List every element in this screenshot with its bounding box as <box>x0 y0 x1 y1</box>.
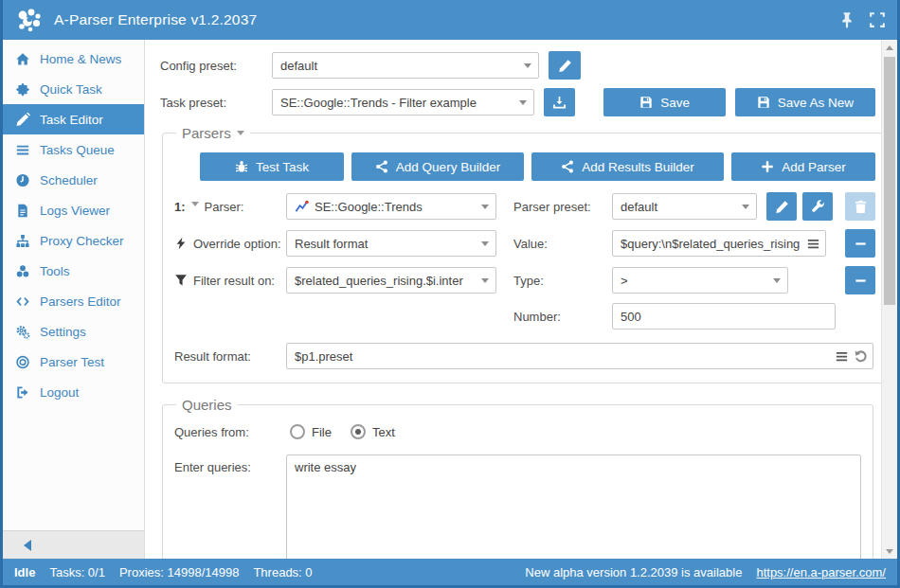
sidebar-item-task-editor[interactable]: Task Editor <box>3 104 144 134</box>
sidebar-item-parser-test[interactable]: Parser Test <box>3 347 144 377</box>
queries-legend-label: Queries <box>182 397 232 413</box>
add-results-builder-label: Add Results Builder <box>582 160 694 174</box>
logout-icon <box>15 384 31 400</box>
edit-config-preset-button[interactable] <box>549 51 581 80</box>
filter-type-select[interactable]: > <box>612 267 788 294</box>
download-icon <box>552 96 567 110</box>
queries-from-text-radio[interactable]: Text <box>351 424 395 439</box>
parser-preset-label: Parser preset: <box>513 200 612 214</box>
delete-parser-button[interactable] <box>845 192 875 221</box>
sidebar-collapse-button[interactable] <box>3 530 144 559</box>
sidebar-item-label: Logs Viewer <box>40 204 110 218</box>
sidebar: Home & News Quick Task Task Editor Tasks… <box>3 40 145 559</box>
chevron-left-icon <box>24 540 31 551</box>
parser-row-index: 1: <box>174 200 186 214</box>
remove-filter-button[interactable] <box>845 266 875 294</box>
task-preset-select[interactable]: SE::Google::Trends - Filter example <box>272 89 534 116</box>
a-parser-logo-icon <box>14 6 45 34</box>
chevron-down-icon <box>481 205 489 209</box>
sidebar-item-tasks-queue[interactable]: Tasks Queue <box>3 134 144 165</box>
add-query-builder-label: Add Query Builder <box>396 160 500 174</box>
google-trends-icon <box>295 200 309 214</box>
parsers-legend[interactable]: Parsers <box>176 125 250 141</box>
undo-icon[interactable] <box>854 349 868 364</box>
sidebar-item-label: Scheduler <box>40 173 98 187</box>
fullscreen-icon[interactable] <box>869 11 886 28</box>
trash-icon <box>854 200 868 214</box>
scroll-up-button[interactable] <box>882 40 897 55</box>
add-parser-label: Add Parser <box>782 160 846 174</box>
add-parser-button[interactable]: Add Parser <box>731 152 875 181</box>
update-link[interactable]: https://en.a-parser.com/ <box>756 565 886 579</box>
sidebar-item-tools[interactable]: Tools <box>3 256 144 286</box>
filter-field-select[interactable]: $related_queries_rising.$i.inter <box>286 267 496 294</box>
queries-textarea[interactable]: write essay <box>286 454 861 559</box>
list-icon <box>15 142 31 157</box>
sidebar-item-logout[interactable]: Logout <box>3 377 144 407</box>
filter-type-value: > <box>621 274 628 288</box>
save-button-label: Save <box>660 96 690 110</box>
queries-from-label: Queries from: <box>174 425 286 439</box>
template-editor-icon[interactable] <box>806 237 820 251</box>
tools-icon <box>15 263 31 278</box>
value-label: Value: <box>513 237 612 251</box>
status-proxies: Proxies: 14998/14998 <box>119 565 239 579</box>
override-value-input[interactable] <box>612 230 826 257</box>
sidebar-item-scheduler[interactable]: Scheduler <box>3 165 144 195</box>
pin-icon[interactable] <box>838 11 855 28</box>
override-option-select[interactable]: Result format <box>286 230 496 257</box>
queries-from-file-radio[interactable]: File <box>290 424 332 439</box>
filter-icon <box>174 274 188 287</box>
sidebar-item-label: Task Editor <box>40 113 103 127</box>
bullseye-icon <box>15 354 31 369</box>
collapse-row-icon[interactable] <box>191 202 199 206</box>
puzzle-icon <box>15 81 31 97</box>
sidebar-item-home-news[interactable]: Home & News <box>3 44 144 74</box>
radio-label: File <box>312 425 332 439</box>
minus-icon <box>854 237 868 251</box>
queries-legend: Queries <box>176 397 238 413</box>
chevron-down-icon <box>481 278 489 283</box>
sidebar-item-settings[interactable]: Settings <box>3 316 144 347</box>
parser-options-button[interactable] <box>802 192 833 221</box>
config-preset-label: Config preset: <box>160 59 272 73</box>
radio-icon <box>290 424 305 439</box>
scrollbar-thumb[interactable] <box>884 57 895 305</box>
add-results-builder-button[interactable]: Add Results Builder <box>531 152 724 181</box>
scroll-down-button[interactable] <box>882 543 897 559</box>
parser-preset-select[interactable]: default <box>612 193 757 220</box>
load-task-preset-button[interactable] <box>544 88 575 116</box>
minus-icon <box>854 274 868 288</box>
save-button[interactable]: Save <box>603 88 725 116</box>
save-as-new-button[interactable]: Save As New <box>735 88 875 116</box>
config-preset-select[interactable]: default <box>272 52 539 79</box>
sidebar-item-proxy-checker[interactable]: Proxy Checker <box>3 225 144 256</box>
app-title: A-Parser Enterprise v1.2.2037 <box>54 11 257 28</box>
filter-number-input[interactable] <box>612 303 836 330</box>
task-preset-value: SE::Google::Trends - Filter example <box>280 96 477 110</box>
home-icon <box>15 51 31 66</box>
template-editor-icon[interactable] <box>835 349 849 364</box>
add-query-builder-button[interactable]: Add Query Builder <box>351 152 524 181</box>
sidebar-item-quick-task[interactable]: Quick Task <box>3 74 144 104</box>
test-task-label: Test Task <box>256 160 309 174</box>
remove-override-button[interactable] <box>845 229 875 258</box>
sidebar-item-parsers-editor[interactable]: Parsers Editor <box>3 286 144 316</box>
sidebar-item-logs-viewer[interactable]: Logs Viewer <box>3 195 144 225</box>
enter-queries-label: Enter queries: <box>174 460 286 474</box>
parser-select[interactable]: SE::Google::Trends <box>286 193 496 220</box>
pencil-icon <box>558 59 572 73</box>
vertical-scrollbar[interactable] <box>881 40 897 559</box>
parsers-legend-label: Parsers <box>182 125 231 141</box>
status-state: Idle <box>14 565 35 579</box>
wrench-icon <box>811 200 825 214</box>
triangle-down-icon <box>886 549 893 554</box>
sidebar-item-label: Tasks Queue <box>40 143 115 157</box>
parser-select-value: SE::Google::Trends <box>315 200 423 214</box>
sidebar-item-label: Quick Task <box>40 82 102 97</box>
document-icon <box>15 203 31 218</box>
pencil-icon <box>15 112 31 127</box>
result-format-input[interactable] <box>286 343 873 369</box>
edit-parser-preset-button[interactable] <box>766 192 797 221</box>
test-task-button[interactable]: Test Task <box>200 152 344 181</box>
